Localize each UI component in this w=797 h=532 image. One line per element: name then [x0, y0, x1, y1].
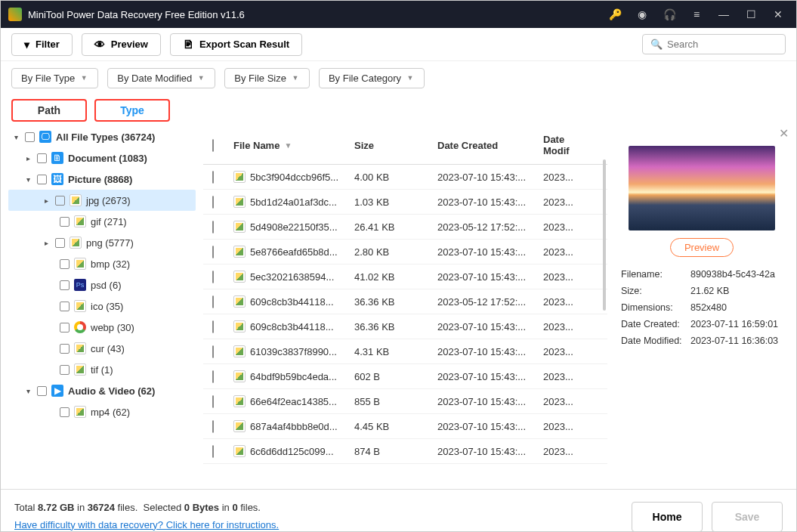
table-row[interactable]: 66e64f2eac14385...855 B2023-07-10 15:43:… — [203, 389, 607, 414]
preview-image-button[interactable]: Preview — [670, 238, 734, 257]
file-date-created: 2023-07-10 15:43:... — [437, 172, 543, 183]
file-size: 1.03 KB — [354, 196, 437, 208]
table-body: 5bc3f904dccb96f5...4.00 KB2023-07-10 15:… — [203, 165, 607, 482]
checkbox[interactable] — [60, 407, 70, 417]
file-date-modified: 2023... — [543, 421, 590, 432]
table-row[interactable]: 609c8cb3b44118...36.36 KB2023-07-10 15:4… — [203, 314, 607, 339]
table-row[interactable]: 5ec32021638594...41.02 KB2023-07-10 15:4… — [203, 264, 607, 289]
file-icon — [233, 196, 246, 208]
file-date-modified: 2023... — [543, 346, 590, 357]
row-checkbox[interactable] — [212, 420, 214, 433]
table-row[interactable]: 5e8766eafd65b8d...2.80 KB2023-07-10 15:4… — [203, 240, 607, 264]
close-detail-icon[interactable]: ✕ — [779, 126, 789, 141]
save-button[interactable]: Save — [712, 502, 783, 532]
tree-picture[interactable]: ▾🖼Picture (8868) — [8, 169, 196, 190]
key-icon[interactable]: 🔑 — [604, 4, 626, 25]
tree-root[interactable]: ▾🖵All File Types (36724) — [8, 126, 196, 147]
checkbox[interactable] — [60, 280, 70, 290]
row-checkbox[interactable] — [212, 370, 214, 383]
row-checkbox[interactable] — [212, 295, 214, 308]
tab-type[interactable]: Type — [94, 99, 170, 122]
by-date-dropdown[interactable]: By Date Modified▼ — [107, 68, 215, 88]
row-checkbox[interactable] — [212, 445, 214, 458]
by-file-type-dropdown[interactable]: By File Type▼ — [11, 68, 98, 88]
checkbox[interactable] — [60, 344, 70, 354]
table-row[interactable]: 5bd1d24a01af3dc...1.03 KB2023-07-10 15:4… — [203, 190, 607, 215]
checkbox[interactable] — [60, 302, 70, 311]
tree-tif[interactable]: tif (1) — [8, 359, 196, 380]
table-row[interactable]: 61039c3837f8990...4.31 KB2023-07-10 15:4… — [203, 339, 607, 364]
table-row[interactable]: 609c8cb3b44118...36.36 KB2023-05-12 17:5… — [203, 289, 607, 314]
row-checkbox[interactable] — [212, 345, 214, 358]
tree-gif[interactable]: gif (271) — [8, 211, 196, 232]
funnel-icon: ▾ — [24, 39, 29, 51]
file-name: 5ec32021638594... — [250, 271, 334, 283]
tree-mp4[interactable]: mp4 (62) — [8, 401, 196, 422]
file-name: 64bdf9b59bc4eda... — [250, 371, 337, 382]
modified-value: 2023-07-11 16:36:03 — [690, 336, 783, 346]
tree-png[interactable]: ▸png (5777) — [8, 232, 196, 253]
home-button[interactable]: Home — [632, 502, 703, 532]
tree-document[interactable]: ▸🗎Document (1083) — [8, 147, 196, 169]
row-checkbox[interactable] — [212, 246, 214, 258]
tree-psd[interactable]: Pspsd (6) — [8, 274, 196, 295]
help-link[interactable]: Have difficulty with data recovery? Clic… — [14, 517, 279, 533]
export-icon: 🖹 — [183, 39, 193, 51]
file-name: 5e8766eafd65b8d... — [250, 246, 338, 258]
scrollbar[interactable] — [603, 159, 606, 311]
table-row[interactable]: 6c6d6dd125c099...874 B2023-07-10 15:43:.… — [203, 439, 607, 464]
checkbox[interactable] — [25, 132, 35, 142]
select-all-checkbox[interactable] — [212, 139, 214, 152]
row-checkbox[interactable] — [212, 395, 214, 408]
by-category-dropdown[interactable]: By File Category▼ — [319, 68, 425, 88]
filename-label: Filename: — [621, 269, 690, 280]
checkbox[interactable] — [60, 217, 70, 227]
by-size-dropdown[interactable]: By File Size▼ — [224, 68, 310, 88]
checkbox[interactable] — [37, 386, 47, 396]
filename-value: 890938b4-5c43-42a — [690, 269, 783, 280]
col-date-created[interactable]: Date Created — [437, 140, 543, 151]
col-date-modified[interactable]: Date Modif — [543, 134, 590, 156]
checkbox[interactable] — [55, 238, 65, 248]
tree-webp[interactable]: webp (30) — [8, 317, 196, 338]
tree-bmp[interactable]: bmp (32) — [8, 253, 196, 274]
filter-button[interactable]: ▾ Filter — [11, 33, 73, 56]
disc-icon[interactable]: ◉ — [632, 4, 653, 25]
checkbox[interactable] — [55, 196, 65, 206]
search-box[interactable]: 🔍 — [642, 34, 786, 54]
col-size[interactable]: Size — [354, 140, 437, 151]
checkbox[interactable] — [60, 323, 70, 332]
tree-jpg[interactable]: ▸jpg (2673) — [8, 190, 196, 211]
table-row[interactable]: 687a4af4bbb8e0d...4.45 KB2023-07-10 15:4… — [203, 414, 607, 439]
table-row[interactable]: 5d4908e22150f35...26.41 KB2023-05-12 17:… — [203, 215, 607, 240]
file-size: 4.45 KB — [354, 421, 437, 432]
row-checkbox[interactable] — [212, 320, 214, 333]
table-header: File Name▼ Size Date Created Date Modif — [203, 126, 607, 165]
row-checkbox[interactable] — [212, 196, 214, 209]
col-filename[interactable]: File Name▼ — [233, 140, 354, 151]
minimize-icon[interactable]: — — [713, 4, 734, 25]
checkbox[interactable] — [37, 153, 47, 163]
file-icon — [233, 420, 246, 432]
row-checkbox[interactable] — [212, 271, 214, 283]
tree-cur[interactable]: cur (43) — [8, 338, 196, 359]
tree-ico[interactable]: ico (35) — [8, 295, 196, 317]
table-row[interactable]: 64bdf9b59bc4eda...602 B2023-07-10 15:43:… — [203, 364, 607, 389]
headset-icon[interactable]: 🎧 — [659, 4, 680, 25]
tree-audio-video[interactable]: ▾▶Audio & Video (62) — [8, 380, 196, 401]
tab-path[interactable]: Path — [11, 99, 87, 122]
close-icon[interactable]: ✕ — [768, 4, 789, 25]
checkbox[interactable] — [60, 365, 70, 375]
maximize-icon[interactable]: ☐ — [740, 4, 761, 25]
checkbox[interactable] — [60, 259, 70, 269]
row-checkbox[interactable] — [212, 171, 214, 184]
menu-icon[interactable]: ≡ — [686, 4, 707, 25]
checkbox[interactable] — [37, 175, 47, 184]
search-input[interactable] — [667, 39, 777, 50]
table-row[interactable]: 5bc3f904dccb96f5...4.00 KB2023-07-10 15:… — [203, 165, 607, 190]
preview-button[interactable]: 👁 Preview — [82, 33, 161, 56]
row-checkbox[interactable] — [212, 221, 214, 234]
file-name: 609c8cb3b44118... — [250, 296, 334, 308]
export-button[interactable]: 🖹 Export Scan Result — [170, 33, 302, 56]
file-name: 66e64f2eac14385... — [250, 396, 337, 407]
